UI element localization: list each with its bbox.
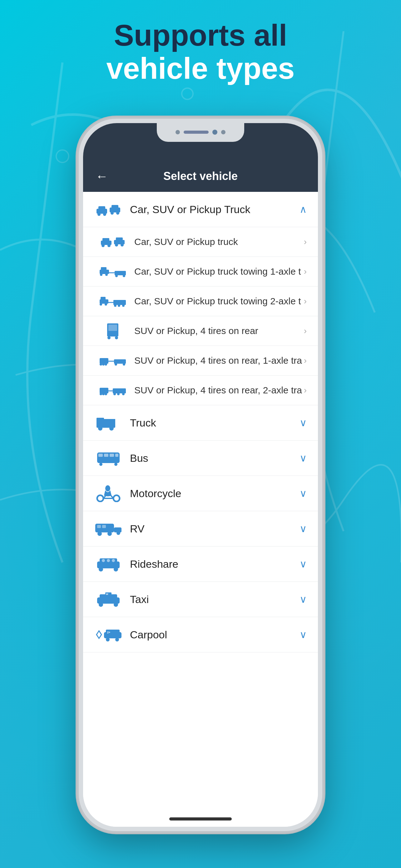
notch	[157, 123, 244, 142]
svg-point-69	[105, 485, 110, 492]
category-carpool[interactable]: 2+ Carpool ∨	[83, 617, 318, 652]
svg-text:2+: 2+	[107, 631, 110, 634]
rideshare-label: Rideshare	[130, 558, 300, 570]
svg-rect-8	[111, 205, 119, 209]
bus-label: Bus	[130, 452, 300, 464]
home-indicator	[169, 817, 232, 820]
sub-item-label-4: SUV or Pickup, 4 tires on rear	[134, 326, 304, 336]
truck-icon	[94, 414, 123, 432]
svg-point-60	[98, 426, 102, 431]
svg-point-81	[116, 531, 120, 535]
svg-point-29	[100, 303, 102, 306]
svg-rect-65	[110, 454, 114, 457]
rv-label: RV	[130, 523, 300, 535]
sub-item-suv-4tires-tow1[interactable]: SUV or Pickup, 4 tires on rear, 1-axle t…	[83, 346, 318, 376]
sub-item-car-suv-tow2[interactable]: Car, SUV or Pickup truck towing 2-axle t…	[83, 286, 318, 316]
svg-point-2	[182, 88, 193, 99]
category-rideshare[interactable]: Rideshare ∨	[83, 547, 318, 582]
svg-point-26	[123, 275, 125, 277]
notch-camera	[212, 130, 218, 135]
sub-item-suv-4tires[interactable]: SUV or Pickup, 4 tires on rear ›	[83, 316, 318, 346]
svg-point-9	[110, 212, 114, 215]
svg-point-10	[116, 212, 119, 215]
car-suv-chevron: ∧	[300, 204, 307, 215]
notch-dot-right	[221, 130, 226, 134]
category-car-suv[interactable]: Car, SUV or Pickup Truck ∧	[83, 192, 318, 227]
hero-line2: vehicle types	[106, 52, 295, 85]
motorcycle-icon	[94, 485, 123, 502]
svg-point-17	[115, 243, 118, 247]
car-suv-label: Car, SUV or Pickup Truck	[130, 204, 300, 216]
svg-rect-16	[116, 238, 123, 241]
sub-item-car-suv[interactable]: Car, SUV or Pickup truck ›	[83, 227, 318, 257]
svg-rect-40	[100, 358, 108, 364]
motorcycle-label: Motorcycle	[130, 488, 300, 500]
taxi-chevron: ∨	[300, 593, 307, 605]
svg-point-54	[113, 393, 116, 395]
svg-point-14	[107, 244, 110, 247]
truck-chevron: ∨	[300, 417, 307, 429]
bus-chevron: ∨	[300, 452, 307, 464]
sub-chevron-5: ›	[304, 355, 307, 366]
svg-point-47	[123, 363, 125, 366]
phone-frame: ← Select vehicle	[79, 119, 322, 831]
carpool-chevron: ∨	[300, 629, 307, 641]
svg-point-67	[99, 463, 102, 466]
svg-text:W: W	[106, 593, 108, 595]
sub-item-label-5: SUV or Pickup, 4 tires on rear, 1-axle t…	[134, 355, 304, 366]
svg-point-46	[114, 363, 117, 366]
sub-item-label-1: Car, SUV or Pickup truck	[134, 237, 304, 247]
sub-item-car-suv-tow1[interactable]: Car, SUV or Pickup truck towing 1-axle t…	[83, 257, 318, 286]
svg-point-94	[114, 602, 118, 607]
sub-car-suv-tow2-icon	[99, 293, 127, 309]
svg-point-98	[106, 638, 110, 642]
svg-point-86	[112, 559, 115, 562]
category-truck[interactable]: Truck ∨	[83, 405, 318, 440]
svg-point-6	[103, 213, 106, 216]
sub-suv-4tires-tow1-icon	[99, 353, 127, 368]
svg-rect-27	[100, 299, 108, 304]
motorcycle-chevron: ∨	[300, 488, 307, 499]
svg-rect-4	[98, 206, 105, 210]
rv-chevron: ∨	[300, 523, 307, 535]
svg-rect-24	[114, 271, 126, 275]
sub-chevron-3: ›	[304, 296, 307, 306]
svg-rect-78	[102, 525, 106, 528]
svg-point-87	[99, 567, 103, 571]
category-rv[interactable]: RV ∨	[83, 511, 318, 547]
svg-point-30	[105, 303, 107, 306]
svg-rect-90	[100, 594, 117, 599]
svg-rect-15	[114, 240, 125, 244]
svg-rect-28	[101, 297, 106, 300]
svg-point-71	[113, 495, 120, 501]
category-bus[interactable]: Bus ∨	[83, 440, 318, 476]
carpool-icon: 2+	[94, 626, 123, 643]
screen-title: Select vehicle	[163, 170, 238, 183]
back-button[interactable]: ←	[96, 169, 108, 183]
category-motorcycle[interactable]: Motorcycle ∨	[83, 476, 318, 511]
svg-point-34	[118, 304, 120, 307]
category-taxi[interactable]: W Taxi ∨	[83, 582, 318, 617]
svg-rect-45	[114, 359, 126, 364]
svg-point-88	[114, 567, 118, 571]
taxi-icon: W	[94, 591, 123, 608]
svg-point-56	[122, 393, 125, 395]
sub-item-label-2: Car, SUV or Pickup truck towing 1-axle t	[134, 266, 304, 277]
svg-rect-77	[97, 525, 101, 528]
rideshare-icon	[94, 555, 123, 573]
svg-point-39	[115, 336, 118, 339]
sub-chevron-2: ›	[304, 267, 307, 277]
taxi-label: Taxi	[130, 593, 300, 606]
svg-point-61	[109, 426, 114, 431]
sub-item-suv-4tires-tow2[interactable]: SUV or Pickup, 4 tires on rear, 2-axle t…	[83, 376, 318, 405]
svg-point-55	[117, 393, 120, 395]
vehicle-list: Car, SUV or Pickup Truck ∧	[83, 192, 318, 827]
sub-suv-4tires-icon	[99, 323, 127, 339]
svg-rect-64	[104, 454, 108, 457]
svg-point-84	[102, 559, 105, 562]
svg-rect-48	[100, 388, 108, 393]
app-header: ← Select vehicle	[83, 161, 318, 192]
svg-point-35	[122, 304, 125, 307]
svg-point-13	[101, 244, 105, 247]
svg-point-43	[105, 363, 107, 366]
